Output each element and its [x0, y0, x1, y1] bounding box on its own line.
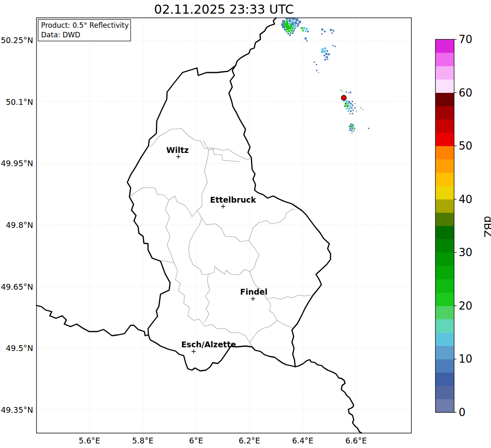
lat-tick-label: 49.35°N — [1, 405, 33, 414]
colorbar-band — [435, 159, 454, 173]
colorbar-band — [435, 66, 454, 80]
colorbar-tick-label: 40 — [459, 193, 472, 206]
district-border-line — [250, 271, 292, 327]
lat-tick-label: 49.65°N — [1, 282, 33, 291]
radar-echo-cell — [346, 100, 348, 102]
radar-echo-cell — [289, 27, 291, 29]
radar-echo-cell — [350, 92, 351, 93]
grid-lines — [36, 18, 411, 433]
country-border-line — [295, 360, 362, 433]
radar-echo-cell — [292, 32, 294, 34]
radar-echo-cell — [352, 124, 354, 126]
city-marker-cross — [221, 204, 225, 208]
radar-echo-cell — [354, 128, 355, 130]
city-label: Esch/Alzette — [181, 340, 236, 349]
radar-echo-cell — [294, 22, 297, 24]
colorbar-band — [435, 146, 454, 160]
radar-echo-cell — [296, 19, 299, 22]
radar-echo-cell — [350, 103, 352, 104]
radar-echo-cell — [324, 51, 326, 53]
radar-echo-cell — [356, 111, 357, 111]
radar-echo-cell — [342, 91, 343, 92]
radar-echo-cell — [286, 31, 288, 33]
radar-echo-cell — [281, 23, 284, 26]
radar-echo-cell — [294, 28, 295, 30]
colorbar-band — [435, 106, 454, 120]
country-border-line — [127, 65, 331, 371]
colorbar-band — [435, 239, 454, 253]
radar-echo-cell — [326, 53, 328, 55]
radar-echo-cell — [299, 21, 301, 23]
country-border-line — [36, 305, 148, 336]
radar-echo-cell — [314, 62, 315, 63]
radar-echo-cell — [348, 103, 350, 105]
plot-frame — [36, 18, 411, 433]
radar-echo-cell — [297, 23, 299, 25]
axis-tick-labels: 50.25°N50.1°N49.95°N49.8°N49.65°N49.5°N4… — [1, 36, 367, 445]
radar-echo-cell — [284, 25, 287, 28]
radar-echo-cell — [295, 27, 297, 28]
radar-echo-cell — [368, 128, 369, 129]
colorbar-tick-label: 30 — [459, 246, 472, 259]
radar-echo-cell — [305, 30, 306, 32]
colorbar-band — [435, 306, 454, 320]
info-box-product: Product: 0.5° Reflectivity — [41, 21, 129, 29]
radar-echo-cell — [306, 28, 308, 30]
radar-echo-cell — [326, 50, 328, 52]
lat-tick-label: 49.95°N — [1, 159, 33, 168]
radar-echo-cell — [333, 30, 334, 31]
radar-echo-cell — [330, 29, 332, 31]
radar-echo-cell — [323, 55, 325, 56]
radar-echo-cell — [348, 108, 350, 110]
radar-echo-cell — [362, 109, 363, 110]
lon-tick-label: 6.2°E — [239, 436, 260, 445]
colorbar-band — [435, 172, 454, 186]
lon-tick-label: 5.8°E — [132, 436, 153, 445]
city-label: Ettelbruck — [210, 195, 256, 204]
radar-echo-cell — [304, 27, 306, 29]
district-border-line — [267, 295, 311, 299]
radar-echo-cell — [351, 107, 352, 109]
radar-echo-cell — [307, 31, 309, 32]
radar-echo-cell — [286, 28, 289, 30]
radar-echo-cell — [290, 24, 292, 27]
radar-echo-cell — [286, 17, 289, 20]
radar-echo-cell — [344, 105, 346, 107]
colorbar-band — [435, 399, 454, 413]
radar-echo-cell — [333, 45, 334, 46]
radar-echo-cell — [353, 131, 355, 132]
radar-echo-cell — [352, 128, 353, 129]
district-border-line — [165, 200, 174, 263]
radar-echo-cell — [355, 103, 355, 104]
radar-echo-cell — [350, 124, 352, 125]
district-border-line — [161, 260, 252, 346]
city-labels-layer: WiltzEttelbruckFindelEsch/Alzette — [166, 145, 267, 354]
radar-echo-cell — [324, 31, 326, 32]
colorbar-band — [435, 386, 454, 400]
info-box: Product: 0.5° Reflectivity Data: DWD — [38, 19, 131, 41]
radar-site-marker — [341, 95, 346, 100]
district-border-line — [189, 218, 250, 275]
radar-echo-cell — [292, 17, 295, 20]
radar-echo-cell — [352, 101, 353, 102]
colorbar-band — [435, 79, 454, 93]
district-border-line — [209, 148, 250, 160]
radar-echo-cell — [290, 32, 292, 34]
radar-echo-cell — [348, 110, 349, 112]
radar-echo-cell — [353, 110, 354, 111]
colorbar-band — [435, 266, 454, 279]
colorbar-band — [435, 346, 454, 359]
radar-echo-cell — [301, 27, 303, 29]
radar-site-layer — [341, 95, 346, 100]
lon-tick-label: 5.6°E — [79, 436, 100, 445]
colorbar-band — [435, 332, 454, 346]
radar-echo-cell — [326, 56, 328, 58]
colorbar-tick-label: 0 — [459, 406, 466, 419]
radar-echo-cell — [292, 27, 294, 29]
radar-echo-cell — [322, 48, 324, 51]
radar-echo-cell — [286, 20, 288, 23]
radar-echo-cell — [282, 20, 285, 23]
district-border-line — [204, 274, 210, 322]
radar-echo-cell — [346, 92, 347, 93]
lon-tick-label: 6°E — [189, 436, 203, 445]
